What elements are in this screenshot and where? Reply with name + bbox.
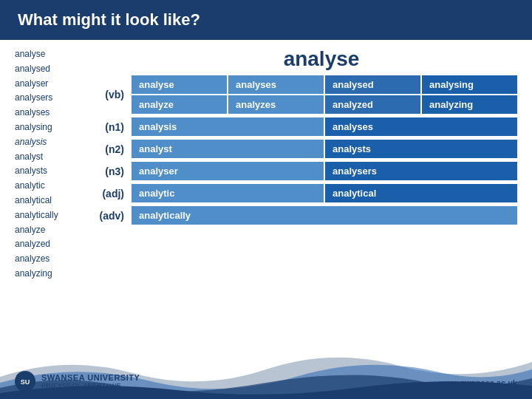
word-analysing: analysing — [15, 120, 81, 135]
vb-cells: analyse analyses analysed analysing anal… — [132, 75, 517, 114]
word-analyser: analyser — [15, 77, 81, 92]
website-url: www.swansea.ac.uk — [440, 378, 517, 387]
n3-cells: analyser analysers — [132, 162, 517, 180]
n1-cells: analysis analyses — [132, 117, 517, 136]
vb-cell-analyzes: analyzes — [228, 95, 324, 114]
vb-cell-analyzing: analyzing — [422, 95, 517, 114]
adj-label: (adj) — [81, 188, 132, 200]
word-analysis: analysis — [15, 135, 81, 150]
page-header: What might it look like? — [0, 0, 532, 40]
word-analysts: analysts — [15, 164, 81, 179]
n2-cell-analysts: analysts — [325, 140, 517, 158]
svg-text:SU: SU — [21, 378, 30, 386]
n3-cell-analyser: analyser — [132, 162, 324, 180]
word-analyse: analyse — [15, 47, 81, 62]
university-name: SWANSEA UNIVERSITY — [41, 373, 140, 382]
logo-svg: SU — [15, 371, 35, 392]
word-analytically: analytically — [15, 208, 81, 223]
word-analytical: analytical — [15, 194, 81, 208]
adv-section: (adv) analytically — [81, 206, 517, 225]
adj-cell-analytic: analytic — [132, 184, 324, 202]
logo-area: SU SWANSEA UNIVERSITY PRIFYSGOL ABERTAWE — [15, 371, 140, 392]
main-content: analyse analysed analyser analysers anal… — [0, 40, 532, 282]
word-analysers: analysers — [15, 91, 81, 106]
vb-cell-analyzed: analyzed — [325, 95, 420, 114]
adv-label: (adv) — [81, 210, 132, 222]
vb-cell-analyse: analyse — [132, 75, 227, 94]
word-analyzes: analyzes — [15, 252, 81, 267]
word-analyzing: analyzing — [15, 267, 81, 282]
word-analyst: analyst — [15, 150, 81, 165]
vb-label: (vb) — [81, 89, 132, 100]
adj-section: (adj) analytic analytical — [81, 184, 517, 202]
vb-cell-analysed: analysed — [325, 75, 420, 94]
n1-section: (n1) analysis analyses — [81, 117, 517, 136]
footer: SU SWANSEA UNIVERSITY PRIFYSGOL ABERTAWE… — [0, 332, 532, 399]
word-analyze: analyze — [15, 223, 81, 238]
n3-cell-analysers: analysers — [325, 162, 517, 180]
adv-cell-analytically: analytically — [132, 206, 517, 225]
n2-section: (n2) analyst analysts — [81, 140, 517, 158]
n1-label: (n1) — [81, 121, 132, 133]
adj-cells: analytic analytical — [132, 184, 517, 202]
word-list: analyse analysed analyser analysers anal… — [15, 47, 81, 282]
university-logo-icon: SU — [15, 371, 35, 392]
page-title: What might it look like? — [18, 10, 514, 30]
analyse-title: analyse — [126, 47, 517, 71]
n1-cell-analyses: analyses — [325, 117, 517, 136]
vb-cell-analysing: analysing — [422, 75, 517, 94]
vb-section: (vb) analyse analyses analysed analysing… — [81, 75, 517, 114]
word-analysed: analysed — [15, 62, 81, 77]
content-area: analyse (vb) analyse analyses analysed a… — [81, 47, 517, 282]
n2-cell-analyst: analyst — [132, 140, 324, 158]
word-analytic: analytic — [15, 179, 81, 194]
n1-cell-analysis: analysis — [132, 117, 324, 136]
adv-cells: analytically — [132, 206, 517, 225]
n3-label: (n3) — [81, 166, 132, 177]
n2-label: (n2) — [81, 143, 132, 155]
word-analyses: analyses — [15, 106, 81, 120]
university-welsh-name: PRIFYSGOL ABERTAWE — [41, 382, 140, 389]
vb-cell-analyses: analyses — [228, 75, 324, 94]
word-analyzed: analyzed — [15, 237, 81, 252]
adj-cell-analytical: analytical — [325, 184, 517, 202]
n2-cells: analyst analysts — [132, 140, 517, 158]
vb-cell-analyze: analyze — [132, 95, 227, 114]
logo-text: SWANSEA UNIVERSITY PRIFYSGOL ABERTAWE — [41, 373, 140, 389]
n3-section: (n3) analyser analysers — [81, 162, 517, 180]
